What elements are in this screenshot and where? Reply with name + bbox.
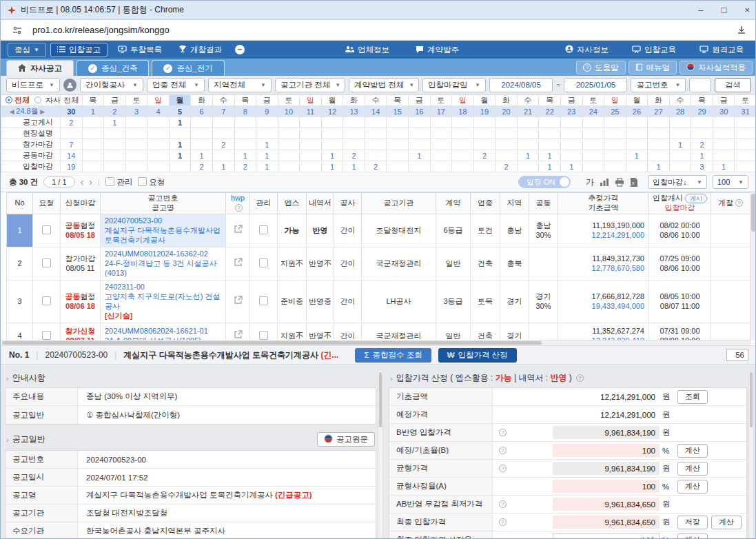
- hwp-cell[interactable]: [226, 280, 250, 323]
- industry-select[interactable]: 업종 전체▼: [147, 78, 205, 92]
- price-value-box[interactable]: 100: [553, 533, 660, 539]
- nav-bid-education[interactable]: 입찰교육: [626, 43, 682, 57]
- page-size-select[interactable]: 100▼: [713, 175, 748, 189]
- day-cell[interactable]: 27: [648, 106, 670, 117]
- next-page-button[interactable]: ›: [89, 176, 92, 187]
- day-cell[interactable]: 31: [735, 106, 756, 117]
- tab-own-notice[interactable]: 자사공고: [6, 60, 74, 76]
- day-cell[interactable]: 22: [539, 106, 561, 117]
- column-header[interactable]: 내역서: [307, 193, 334, 214]
- column-header[interactable]: 공동: [529, 193, 558, 214]
- work-type-select[interactable]: 간이형공사▼: [80, 78, 143, 92]
- date-type-select[interactable]: 입찰마감일▼: [422, 78, 486, 92]
- region-select[interactable]: 지역전체▼: [208, 78, 272, 92]
- row-checkbox[interactable]: [42, 258, 51, 267]
- help-button[interactable]: ? 도움말: [576, 61, 626, 74]
- row-number-cell[interactable]: 2: [7, 247, 33, 280]
- menu-dropdown[interactable]: 종심 ▼: [8, 43, 46, 57]
- day-cell[interactable]: 13: [343, 106, 365, 117]
- column-header[interactable]: hwp?: [226, 193, 250, 214]
- day-cell[interactable]: 5: [169, 106, 191, 117]
- day-cell[interactable]: 28: [669, 106, 691, 117]
- search-button[interactable]: 검색: [715, 78, 751, 92]
- manage-cell[interactable]: [250, 214, 278, 247]
- row-select-cell[interactable]: [33, 280, 61, 323]
- price-value-box[interactable]: 9,961,834,650: [553, 516, 660, 529]
- font-size-control[interactable]: 가: [586, 176, 594, 188]
- day-cell[interactable]: 15: [387, 106, 409, 117]
- price-action-button[interactable]: 저장: [677, 516, 708, 529]
- tab-jongsim-construction[interactable]: ✓ 종심_건축: [76, 60, 149, 76]
- manage-checkbox[interactable]: [259, 258, 268, 267]
- print-icon[interactable]: [615, 178, 624, 187]
- price-action-button[interactable]: 계산: [677, 462, 708, 476]
- collapse-icon[interactable]: –: [235, 45, 245, 54]
- help-icon[interactable]: ?: [499, 500, 507, 508]
- request-checkbox[interactable]: 요청: [138, 177, 165, 187]
- help-icon[interactable]: ?: [735, 199, 743, 207]
- notice-name-cell[interactable]: 20240700523-00계실지구 다목적농촌용수개발사업 토목건축기계공사: [101, 214, 226, 247]
- day-cell[interactable]: 18: [452, 106, 474, 117]
- column-header[interactable]: 엡스: [278, 193, 307, 214]
- manage-cell[interactable]: [250, 247, 278, 280]
- help-icon[interactable]: ?: [235, 204, 243, 212]
- manage-checkbox[interactable]: [259, 296, 268, 305]
- day-cell[interactable]: 3: [125, 106, 147, 117]
- vertical-scrollbar[interactable]: [750, 192, 756, 340]
- tab-jongsim-electric[interactable]: ✓ 종심_전기: [152, 60, 224, 76]
- prev-page-button[interactable]: ‹: [81, 176, 84, 187]
- close-button[interactable]: ×: [744, 5, 750, 15]
- schedule-toggle[interactable]: 일정 ON: [518, 176, 571, 188]
- day-cell[interactable]: 8: [234, 106, 256, 117]
- column-header[interactable]: 지역: [500, 193, 529, 214]
- day-cell[interactable]: 25: [604, 106, 626, 117]
- row-checkbox[interactable]: [42, 296, 51, 305]
- minimize-button[interactable]: –: [698, 5, 703, 15]
- day-cell[interactable]: 21: [517, 106, 539, 117]
- day-cell[interactable]: 16: [409, 106, 431, 117]
- day-cell[interactable]: 14: [365, 106, 387, 117]
- contract-method-select[interactable]: 계약방법 전체▼: [349, 78, 419, 92]
- count-box[interactable]: 56: [726, 349, 748, 361]
- row-checkbox[interactable]: [42, 225, 51, 234]
- day-cell[interactable]: 17: [430, 106, 452, 117]
- day-cell[interactable]: 7: [212, 106, 234, 117]
- price-action-button[interactable]: 계산: [677, 480, 708, 494]
- horizontal-scrollbar[interactable]: [1, 340, 750, 345]
- source-document-button[interactable]: 공고원문: [317, 432, 375, 447]
- day-cell[interactable]: 10: [278, 106, 300, 117]
- agency-select[interactable]: 공고기관 전체▼: [275, 78, 345, 92]
- price-value-box[interactable]: 9,961,834,650: [553, 498, 660, 511]
- column-header[interactable]: 계약: [436, 193, 471, 214]
- user-filter-icon[interactable]: [63, 79, 76, 92]
- radio-own[interactable]: [34, 96, 41, 103]
- total-score-button[interactable]: Σ종합점수 조회: [355, 348, 431, 363]
- day-cell[interactable]: 23: [560, 106, 582, 117]
- hwp-cell[interactable]: [226, 214, 250, 247]
- column-header[interactable]: 공고번호공고명: [101, 193, 226, 214]
- price-value-box[interactable]: 100: [553, 444, 660, 457]
- day-cell[interactable]: 29: [691, 106, 713, 117]
- panel-scrollbar[interactable]: [748, 370, 754, 539]
- column-header[interactable]: 추정가격기초금액: [558, 193, 649, 214]
- nav-company-info[interactable]: 업체정보: [338, 43, 396, 57]
- column-header[interactable]: 요청: [33, 193, 61, 214]
- panel-scrollbar[interactable]: [378, 370, 383, 539]
- price-action-button[interactable]: 계산: [677, 533, 708, 539]
- manage-cell[interactable]: [250, 280, 278, 323]
- column-header[interactable]: 입찰개시게시입찰마감: [649, 193, 711, 214]
- day-cell[interactable]: 24: [582, 106, 604, 117]
- chart-icon[interactable]: [600, 178, 609, 187]
- day-cell[interactable]: 2: [104, 106, 126, 117]
- price-action-button[interactable]: 계산: [711, 516, 742, 529]
- row-select-cell[interactable]: [33, 247, 61, 280]
- excel-export-icon[interactable]: x: [630, 178, 638, 187]
- column-header[interactable]: 공고기관: [362, 193, 436, 214]
- notice-name-cell[interactable]: 2024UMM08012024-16362-0224-F-정비격납고 등 3건 …: [101, 247, 226, 280]
- day-cell[interactable]: 9: [256, 106, 278, 117]
- nav-my-info[interactable]: 자사정보: [559, 43, 615, 57]
- search-field-select[interactable]: 공고번호▼: [631, 78, 686, 92]
- url-text[interactable]: pro1.co.kr/release/jongsim/konggo: [32, 25, 170, 35]
- date-to-input[interactable]: 2025/01/05: [564, 78, 627, 92]
- source-select[interactable]: 비드프로▼: [6, 78, 60, 92]
